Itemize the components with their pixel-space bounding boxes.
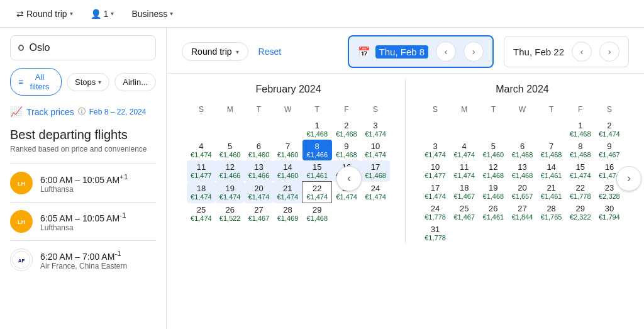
from-date-prev-button[interactable]: ‹ (436, 42, 456, 62)
day-price: €1,466 (304, 151, 331, 159)
calendar-day[interactable]: 22€1,474 (303, 182, 332, 203)
calendar-day[interactable]: 2€1,474 (595, 119, 624, 140)
origin-input[interactable] (29, 42, 148, 53)
calendar-panel: Round trip ▾ Reset 📅 Thu, Feb 8 ‹ › Thu,… (167, 28, 644, 329)
day-price: €1,469 (274, 215, 301, 222)
calendar-day[interactable]: 6€1,460 (245, 140, 274, 160)
calendar-header-left: Round trip ▾ Reset (182, 42, 281, 61)
calendar-day[interactable]: 25€1,474 (187, 203, 216, 225)
calendar-day[interactable]: 3€1,474 (361, 119, 390, 140)
calendar-day[interactable]: 25€1,467 (450, 202, 479, 223)
round-trip-label: Round trip (26, 9, 67, 19)
calendar-day[interactable]: 9€1,467 (595, 140, 624, 160)
airlines-filter-button[interactable]: Airlin... (114, 73, 156, 91)
flight-item[interactable]: AF 6:20 AM – 7:00 AM-1 Air France, China… (10, 240, 156, 279)
calendar-day[interactable]: 2€1,468 (332, 119, 361, 140)
calendar-day[interactable]: 24€1,778 (421, 202, 450, 223)
calendar-day[interactable]: 19€1,474 (216, 182, 245, 203)
calendar-day[interactable]: 29€2,322 (566, 202, 595, 223)
calendar-day[interactable]: 30€1,794 (595, 202, 624, 223)
calendar-day[interactable]: 28€1,469 (273, 203, 302, 225)
calendar-day[interactable]: 20€1,657 (508, 181, 536, 202)
from-date-field[interactable]: 📅 Thu, Feb 8 ‹ › (348, 35, 494, 68)
calendar-day[interactable]: 1€1,468 (566, 119, 595, 140)
day-number: 11 (451, 162, 477, 172)
calendar-day[interactable]: 28€1,765 (537, 202, 566, 223)
calendar-day[interactable]: 21€1,474 (273, 182, 302, 203)
flight-item[interactable]: LH 6:05 AM – 10:05 AM-1 Lufthansa (10, 202, 156, 240)
track-prices-section[interactable]: 📈 Track prices ⓘ Feb 8 – 22, 2024 (10, 106, 156, 118)
calendar-day (479, 119, 508, 140)
calendar-day[interactable]: 7€1,460 (273, 140, 302, 160)
stops-filter-button[interactable]: Stops ▾ (67, 73, 109, 91)
calendar-day[interactable]: 31€1,778 (421, 223, 450, 243)
flight-item[interactable]: LH 6:00 AM – 10:05 AM+1 Lufthansa (10, 164, 156, 202)
day-number: 9 (333, 142, 360, 151)
calendar-day[interactable]: 26€1,522 (216, 203, 245, 225)
calendar-day[interactable]: 5€1,460 (479, 140, 508, 160)
to-date-prev-button[interactable]: ‹ (572, 42, 592, 62)
to-date-next-button[interactable]: › (599, 42, 619, 62)
day-header: S (595, 103, 624, 119)
calendar-day[interactable]: 9€1,468 (332, 140, 361, 160)
search-box[interactable] (10, 35, 156, 60)
calendar-day[interactable]: 3€1,474 (421, 140, 450, 160)
calendar-next-button[interactable]: › (616, 166, 641, 191)
calendar-day[interactable]: 8€1,466 (303, 140, 332, 160)
calendar-day[interactable]: 18€1,467 (450, 181, 479, 202)
calendar-day[interactable]: 26€1,461 (479, 202, 508, 223)
day-price: €1,461 (538, 192, 565, 200)
calendar-day[interactable]: 10€1,477 (421, 160, 450, 181)
day-number: 1 (567, 121, 594, 130)
from-date-next-button[interactable]: › (464, 42, 484, 62)
calendar-day[interactable]: 13€1,468 (508, 160, 536, 181)
calendar-day[interactable]: 22€1,778 (566, 181, 595, 202)
calendar-day[interactable]: 11€1,474 (450, 160, 479, 181)
calendar-day[interactable]: 15€1,474 (566, 160, 595, 181)
all-filters-button[interactable]: ≡ All filters (10, 68, 62, 96)
calendar-day[interactable]: 18€1,474 (187, 182, 216, 203)
round-trip-selector[interactable]: ⇄ Round trip ▾ (10, 5, 79, 23)
calendar-day[interactable]: 19€1,468 (479, 181, 508, 202)
calendar-day[interactable]: 29€1,468 (303, 203, 332, 225)
day-price: €1,467 (451, 192, 477, 200)
calendar-day (450, 119, 479, 140)
calendar-day[interactable]: 6€1,468 (508, 140, 536, 160)
class-selector[interactable]: Business ▾ (125, 5, 179, 23)
calendar-day[interactable]: 1€1,468 (303, 119, 332, 140)
calendar-day[interactable]: 27€1,467 (245, 203, 274, 225)
calendar-day[interactable]: 4€1,474 (450, 140, 479, 160)
calendar-day[interactable]: 15€1,461 (303, 160, 332, 182)
to-date-field[interactable]: Thu, Feb 22 ‹ › (504, 36, 629, 67)
calendar-prev-button[interactable]: ‹ (336, 166, 362, 191)
calendar-day[interactable]: 27€1,844 (508, 202, 536, 223)
day-number: 24 (362, 184, 389, 193)
calendar-day[interactable]: 13€1,466 (245, 160, 274, 182)
day-price: €1,477 (188, 172, 214, 179)
calendar-round-trip-selector[interactable]: Round trip ▾ (182, 42, 248, 61)
calendar-day[interactable]: 12€1,466 (216, 160, 245, 182)
track-prices-label: Track prices (26, 107, 74, 117)
calendar-day[interactable]: 7€1,468 (537, 140, 566, 160)
day-header: F (566, 103, 595, 119)
day-price: €1,468 (333, 130, 360, 138)
day-number: 24 (422, 204, 448, 213)
calendar-day[interactable]: 14€1,461 (537, 160, 566, 181)
calendar-day[interactable]: 24€1,474 (361, 182, 390, 203)
reset-button[interactable]: Reset (258, 47, 282, 57)
calendar-day[interactable]: 17€1,474 (421, 181, 450, 202)
calendar-day[interactable]: 17€1,468 (361, 160, 390, 182)
calendar-day[interactable]: 14€1,460 (273, 160, 302, 182)
day-price: €1,474 (567, 172, 594, 179)
day-header: W (508, 103, 536, 119)
calendar-day[interactable]: 8€1,468 (566, 140, 595, 160)
calendar-day[interactable]: 20€1,474 (245, 182, 274, 203)
calendar-day[interactable]: 10€1,474 (361, 140, 390, 160)
calendar-body: February 2024 SMTWTFS 1€1,4682€1,4683€1,… (167, 74, 644, 248)
calendar-day[interactable]: 5€1,460 (216, 140, 245, 160)
calendar-day[interactable]: 4€1,474 (187, 140, 216, 160)
calendar-day[interactable]: 12€1,468 (479, 160, 508, 181)
calendar-day[interactable]: 11€1,477 (187, 160, 216, 182)
passengers-selector[interactable]: 👤 1 ▾ (84, 5, 121, 23)
calendar-day[interactable]: 21€1,461 (537, 181, 566, 202)
